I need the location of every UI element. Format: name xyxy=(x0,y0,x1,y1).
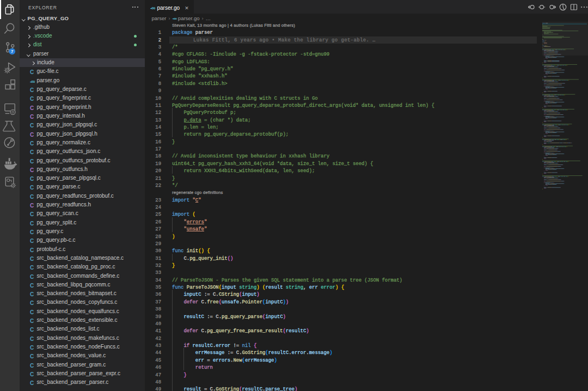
svg-text:7: 7 xyxy=(11,49,14,54)
